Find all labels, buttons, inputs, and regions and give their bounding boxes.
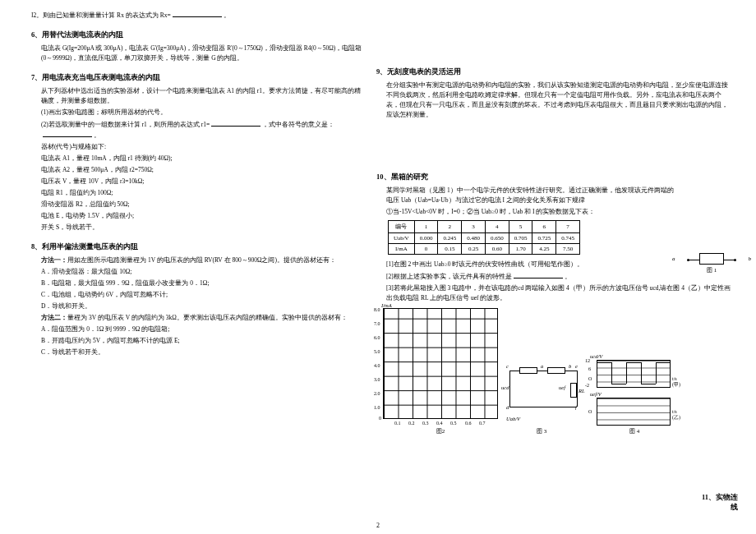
data-table: 编号 1 2 3 4 5 6 7 Uab/V 0.000 0.245 0.480… xyxy=(388,220,580,255)
intro-end: 。 xyxy=(224,12,230,19)
m1-label: 方法一： xyxy=(41,256,67,264)
fig4-label: 图 4 xyxy=(585,427,684,435)
section8-title: 8、利用半偏法测量电压表的内阻 xyxy=(31,242,363,252)
y-axis-label: I/mA xyxy=(381,302,392,308)
s7-item-0: 电流表 A1，量程 10mA，内阻 r1 待测(约 40Ω); xyxy=(41,154,363,163)
right-column: 9、无刻度电表的灵活运用 在分组实验中有测定电源的电动势和内电阻的实验，我们从该… xyxy=(370,8,740,518)
m2-desc: 量程为 3V 的电压表 V 的内阻约为 3kΩ。要求测出该电压表内阻的精确值。实… xyxy=(67,314,348,321)
section9-desc: 在分组实验中有测定电源的电动势和内电阻的实验，我们从该实验知道测定电源的电动势和… xyxy=(386,81,733,120)
s7-item-1: 电流表 A2，量程 500μA，内阻 r2=750Ω; xyxy=(41,165,363,175)
section7-title: 7、用电流表充当电压表测电流表的内阻 xyxy=(31,73,363,83)
blackbox-icon xyxy=(547,367,565,374)
fig2-label: 图2 xyxy=(383,427,498,435)
task3: [3]若将此黑箱接入图 3 电路中，并在该电路的cd 两端输入如图 4（甲）所示… xyxy=(386,283,733,303)
fig3-label: 图 3 xyxy=(505,427,579,435)
left-column: I2。则由已知量和测量量计算 Rx 的表达式为 Rx=。 6、用替代法测电流表的… xyxy=(25,8,370,518)
task2-end: 。 xyxy=(565,273,571,280)
s7-item-5: 电池 E，电动势 1.5V，内阻很小; xyxy=(41,211,363,221)
s7-item-6: 开关 S，导线若干。 xyxy=(41,223,363,232)
m1-item-2: C．电池组，电动势约 6V，内阻可忽略不计; xyxy=(41,290,363,300)
row3-header: I/mA xyxy=(389,244,415,255)
m2-item-2: C．导线若干和开关。 xyxy=(41,348,363,357)
table-row: Uab/V 0.000 0.245 0.480 0.650 0.705 0.72… xyxy=(389,233,580,244)
table-row: 编号 1 2 3 4 5 6 7 xyxy=(389,221,580,233)
node-dot-icon xyxy=(687,259,689,261)
intro-line: I2。则由已知量和测量量计算 Rx 的表达式为 Rx=。 xyxy=(31,10,363,21)
method1: 方法一：用如左图所示电路测量程为 1V 的电压表的内阻 RV(RV 在 800～… xyxy=(41,255,363,265)
resistor-icon xyxy=(519,367,537,374)
section10-rule1: ①当-15V<Uab<0V 时，I=0；②当 Uab≥0 时，Uab 和 I 的… xyxy=(386,207,733,217)
intro-text: I2。则由已知量和测量量计算 Rx 的表达式为 Rx= xyxy=(31,12,171,19)
blank-r1 xyxy=(211,119,260,127)
q2-text-b: ，式中各符号的意义是： xyxy=(262,121,334,128)
rl-resistor-icon xyxy=(570,383,577,398)
section6-title: 6、用替代法测电流表的内阻 xyxy=(31,30,363,40)
section7-q2: (2)若选取测量中的一组数据来计算 r1，则所用的表达式 r1=，式中各符号的意… xyxy=(41,119,363,140)
m1-item-1: B．电阻箱，最大阻值 999．9Ω，阻值最小改变量为 0．1Ω; xyxy=(41,279,363,288)
task2: [2]根据上述实验事实，该元件具有的特性是。 xyxy=(386,271,733,282)
table-row: I/mA 0 0.15 0.25 0.60 1.70 4.25 7.50 xyxy=(389,244,580,255)
figure2-grid: I/mA Uab/V 8.0 7.0 6.0 5.0 4.0 3.0 2.0 1… xyxy=(383,308,498,419)
section10-intro: 某同学对黑箱（见图 1）中一个电学元件的伏安特性进行研究。通过正确测量，他发现该… xyxy=(386,186,733,205)
section10-title: 10、黑箱的研究 xyxy=(376,173,733,182)
fig1-label: 图 1 xyxy=(687,266,736,274)
figure2-wrap: I/mA Uab/V 8.0 7.0 6.0 5.0 4.0 3.0 2.0 1… xyxy=(383,308,498,435)
row2-header: Uab/V xyxy=(389,233,415,244)
s7-item-4: 滑动变阻器 R2，总阻值约 50Ω; xyxy=(41,200,363,209)
q2-text-a: (2)若选取测量中的一组数据来计算 r1，则所用的表达式 r1= xyxy=(41,121,210,128)
method2: 方法二：量程为 3V 的电压表 V 的内阻约为 3kΩ。要求测出该电压表内阻的精… xyxy=(41,313,363,323)
m1-desc: 用如左图所示电路测量程为 1V 的电压表的内阻 RV(RV 在 800～900Ω… xyxy=(67,256,336,264)
s7-item-2: 电压表 V，量程 10V，内阻 r3=10kΩ; xyxy=(41,177,363,186)
panel-bottom xyxy=(597,398,671,426)
m2-item-0: A．阻值范围为 0．1Ω 到 9999．9Ω 的电阻箱; xyxy=(41,325,363,334)
figure4-wrap: ucd/V 12 6 O -2 t/s (甲) uef/V O xyxy=(585,360,684,435)
section7-intro: 从下列器材中选出适当的实验器材，设计一个电路来测量电流表 A1 的内阻 r1。要… xyxy=(41,86,363,106)
section7-q1: (1)画出实验电路图；标明所用器材的代号。 xyxy=(41,108,363,117)
figure4-graphs: ucd/V 12 6 O -2 t/s (甲) uef/V O xyxy=(585,360,684,426)
figure3-circuit: c a b e RL d f ucd uef xyxy=(505,363,579,426)
m2-item-1: B．开路电压约为 5V，内阻可忽略不计的电源 E; xyxy=(41,336,363,346)
row1-header: 编号 xyxy=(389,221,415,233)
panel-top xyxy=(597,360,671,388)
section6-desc: 电流表 G(Ig=200μA 或 300μA)，电流表 G'(Ig=300μA)… xyxy=(41,44,363,63)
figures-row: I/mA Uab/V 8.0 7.0 6.0 5.0 4.0 3.0 2.0 1… xyxy=(376,308,733,435)
m2-label: 方法二： xyxy=(41,314,67,321)
section9-title: 9、无刻度电表的灵活运用 xyxy=(376,67,733,77)
blank-property xyxy=(514,271,563,279)
task1: [1]在图 2 中画出 Uab≥0 时该元件的伏安特性曲线（可用铅笔作图）。 xyxy=(386,260,733,269)
blank-meaning xyxy=(43,130,92,137)
figure1: a b 图 1 xyxy=(687,253,736,274)
m1-item-0: A．滑动变阻器：最大阻值 10Ω; xyxy=(41,267,363,277)
blackbox-icon xyxy=(699,253,724,265)
items-title: 器材(代号)与规格如下: xyxy=(41,142,363,152)
m1-item-3: D．导线和开关。 xyxy=(41,302,363,311)
task2-text: [2]根据上述实验事实，该元件具有的特性是 xyxy=(386,273,512,280)
node-dot-icon xyxy=(734,259,736,261)
q2-text-c: 。 xyxy=(94,131,100,139)
section11-title: 11、实物连 线 xyxy=(689,493,738,513)
blank-rx xyxy=(173,10,222,17)
s7-item-3: 电阻 R1，阻值约为 100Ω; xyxy=(41,188,363,198)
figure3-wrap: c a b e RL d f ucd uef 图 3 xyxy=(505,363,579,435)
page-number: 2 xyxy=(0,522,756,529)
